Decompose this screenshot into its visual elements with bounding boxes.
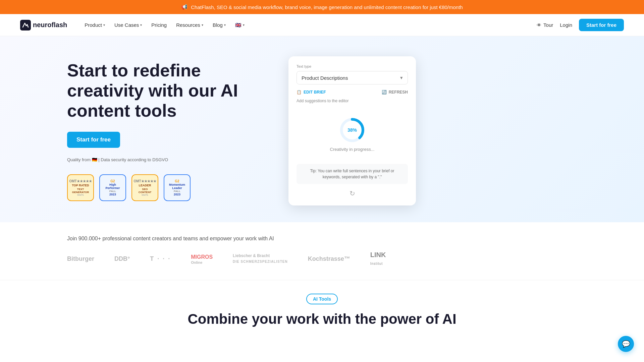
nav-right: 👁 Tour Login Start for free <box>537 19 624 31</box>
edit-icon: 📋 <box>297 90 302 95</box>
add-suggestions-hint: Add suggestions to the editor <box>297 99 408 103</box>
ai-tools-badge: AI Tools <box>306 294 338 304</box>
demo-actions: 📋 EDIT BRIEF 🔄 REFRESH <box>297 90 408 95</box>
nav-items: Product ▾ Use Cases ▾ Pricing Resources … <box>85 22 526 28</box>
tour-button[interactable]: 👁 Tour <box>537 22 553 28</box>
brand-link: LINKInstitut <box>370 251 386 266</box>
chat-icon: 💬 <box>622 340 630 348</box>
award-badge-high-performer: G2 High Performer FALL 2023 <box>99 174 126 201</box>
award-badges: OMT★★★★★ TOP RATED TEXT GENERATOR On/71 … <box>67 174 262 201</box>
brand-bitburger: Bitburger <box>67 255 94 262</box>
award-badge-momentum: G2 Momentum Leader FALL 2023 <box>164 174 191 201</box>
brand-telekom: T · · · <box>150 255 171 262</box>
quality-text: Quality from 🇩🇪 | Data security accordin… <box>67 157 168 162</box>
nav-pricing[interactable]: Pricing <box>151 22 167 28</box>
chevron-down-icon: ▾ <box>140 23 142 27</box>
main-nav: neuroflash Product ▾ Use Cases ▾ Pricing… <box>0 14 644 36</box>
brand-ddb: DDB° <box>114 255 130 262</box>
promo-banner: 📢 ChatFlash, SEO & social media workflow… <box>0 0 644 14</box>
edit-brief-button[interactable]: 📋 EDIT BRIEF <box>297 90 326 95</box>
uk-flag-icon: 🇬🇧 <box>235 22 241 28</box>
join-text: Join 900.000+ professional content creat… <box>67 236 577 242</box>
banner-text: ChatFlash, SEO & social media workflow, … <box>191 4 463 10</box>
award-badge-leader: OMT★★★★★ LEADER SEO CONTENT On/71 <box>131 174 158 201</box>
chevron-down-icon: ▾ <box>243 23 245 27</box>
progress-percent: 38% <box>347 127 357 133</box>
tip-box: Tip: You can write full sentences in you… <box>297 164 408 184</box>
chevron-down-icon: ▾ <box>202 23 203 27</box>
megaphone-icon: 📢 <box>181 4 187 10</box>
brand-migros: MIGROS Online <box>191 253 213 264</box>
brand-liebscher: Liebscher & BrachtDIE SCHMERZSPEZIALISTE… <box>233 253 288 264</box>
demo-footer: ↻ <box>297 189 408 197</box>
text-type-label: Text type <box>297 64 408 68</box>
start-free-nav-button[interactable]: Start for free <box>579 19 624 31</box>
rotate-icon: ↻ <box>350 189 355 197</box>
demo-card: Text type Product Descriptions ▾ 📋 EDIT … <box>288 56 416 205</box>
hero-cta-button[interactable]: Start for free <box>67 132 120 148</box>
brand-logos: Bitburger DDB° T · · · MIGROS Online Lie… <box>67 251 577 266</box>
progress-circle: 38% <box>339 117 366 143</box>
login-button[interactable]: Login <box>560 22 572 28</box>
selected-type-text: Product Descriptions <box>302 75 348 81</box>
hero-section: Start to redefine creativity with our AI… <box>0 36 644 222</box>
ai-tools-section: AI Tools Combine your work with the powe… <box>0 280 644 334</box>
nav-use-cases[interactable]: Use Cases ▾ <box>114 22 142 28</box>
demo-card-container: Text type Product Descriptions ▾ 📋 EDIT … <box>288 56 416 205</box>
hero-left: Start to redefine creativity with our AI… <box>67 61 262 201</box>
eye-icon: 👁 <box>537 22 541 28</box>
nav-resources[interactable]: Resources ▾ <box>176 22 203 28</box>
nav-blog[interactable]: Blog ▾ <box>213 22 226 28</box>
logo[interactable]: neuroflash <box>20 20 67 31</box>
refresh-icon: 🔄 <box>382 90 387 95</box>
nav-product[interactable]: Product ▾ <box>85 22 105 28</box>
creativity-label: Creativity in progress... <box>330 147 375 152</box>
hero-title: Start to redefine creativity with our AI… <box>67 61 262 121</box>
brand-kochstrasse: Kochstrasse™ <box>308 255 350 262</box>
chevron-down-icon: ▾ <box>400 75 403 81</box>
chevron-down-icon: ▾ <box>224 23 226 27</box>
language-selector[interactable]: 🇬🇧 ▾ <box>235 22 245 28</box>
text-type-dropdown[interactable]: Product Descriptions ▾ <box>297 71 408 84</box>
chevron-down-icon: ▾ <box>103 23 105 27</box>
refresh-button[interactable]: 🔄 REFRESH <box>382 90 408 95</box>
quality-badge: Quality from 🇩🇪 | Data security accordin… <box>67 157 262 162</box>
creativity-progress: 38% Creativity in progress... <box>297 110 408 164</box>
logo-text: neuroflash <box>33 21 67 29</box>
chat-button[interactable]: 💬 <box>618 336 634 352</box>
tip-text: Tip: You can write full sentences in you… <box>310 169 394 179</box>
section-title: Combine your work with the power of AI <box>67 311 577 327</box>
social-proof-section: Join 900.000+ professional content creat… <box>0 222 644 280</box>
award-badge-top-rated: OMT★★★★★ TOP RATED TEXT GENERATOR On/71 <box>67 174 94 201</box>
